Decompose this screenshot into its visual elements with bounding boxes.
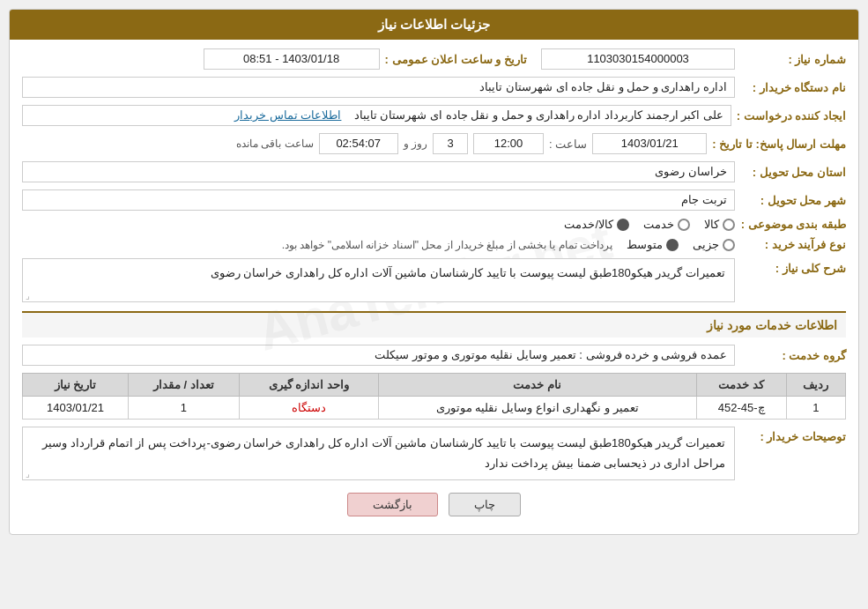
buyer-org-label: نام دستگاه خریدار : [740,81,846,94]
need-number-label: شماره نیاز : [740,53,846,66]
countdown-label: ساعت باقی مانده [236,137,314,150]
buyer-notes-row: توصیحات خریدار : تعمیرات گریدر هیکو180طب… [22,427,846,480]
reply-deadline-label: مهلت ارسال پاسخ: تا تاریخ : [712,137,846,151]
buyer-org-row: نام دستگاه خریدار : اداره راهداری و حمل … [22,77,846,98]
col-qty: تعداد / مقدار [129,374,240,397]
service-group-label: گروه خدمت : [740,349,846,362]
cell-row: 1 [786,397,845,420]
category-options: کالا خدمت کالا/خدمت [22,218,735,231]
province-value: خراسان رضوی [22,161,735,182]
service-group-value: عمده فروشی و خرده فروشی : تعمیر وسایل نق… [22,345,735,366]
countdown-value: 02:54:07 [319,133,398,154]
creator-contact-link[interactable]: اطلاعات تماس خریدار [234,108,341,122]
announcement-date-label: تاریخ و ساعت اعلان عمومی : [385,53,527,66]
purchase-type-label: نوع فرآیند خرید : [740,238,846,251]
table-row: 1 چ-45-452 تعمیر و نگهداری انواع وسایل ن… [23,397,846,420]
cell-code: چ-45-452 [696,397,786,420]
col-code: کد خدمت [696,374,786,397]
reply-time-value: 12:00 [473,133,544,154]
need-number-value: 1103030154000003 [541,48,735,70]
buyer-org-value: اداره راهداری و حمل و نقل جاده ای شهرستا… [22,77,735,98]
city-label: شهر محل تحویل : [740,194,846,207]
reply-day-label: روز و [404,137,427,150]
col-name: نام خدمت [378,374,696,397]
need-number-row: شماره نیاز : 1103030154000003 تاریخ و سا… [22,48,846,70]
purchase-type-options: جزیی متوسط پرداخت تمام یا بخشی از مبلغ خ… [22,238,735,251]
radio-kala-khedmat-selected [617,219,629,231]
creator-row: ایجاد کننده درخواست : علی اکبر ارجمند کا… [22,105,846,126]
reply-time-label: ساعت : [549,137,587,151]
need-summary-row: شرح کلی نیاز : تعمیرات گریدر هیکو180طبق … [22,258,846,302]
buyer-notes-label: توصیحات خریدار : [740,427,846,443]
category-option-khedmat[interactable]: خدمت [643,218,690,231]
city-value: تربت جام [22,189,735,211]
reply-deadline-row: مهلت ارسال پاسخ: تا تاریخ : 1403/01/21 س… [22,133,846,154]
need-summary-section-label: شرح کلی نیاز : [740,258,846,275]
category-option-kala[interactable]: کالا [704,218,735,231]
city-row: شهر محل تحویل : تربت جام [22,189,846,211]
action-buttons: چاپ بازگشت [22,493,846,525]
category-row: طبقه بندی موضوعی : کالا خدمت کالا/خدمت [22,218,846,231]
cell-unit: دستگاه [239,397,378,420]
page-header: جزئیات اطلاعات نیاز [10,10,858,40]
purchase-type-jozii[interactable]: جزیی [693,238,735,251]
radio-kala [723,219,735,231]
creator-value: علی اکبر ارجمند کاربرداد اداره راهداری و… [22,105,731,126]
resize-handle: ⌟ [26,291,30,301]
radio-jozii [723,239,735,251]
services-table: ردیف کد خدمت نام خدمت واحد اندازه گیری ت… [22,373,846,420]
need-summary-value: تعمیرات گریدر هیکو180طبق لیست پیوست با ت… [22,258,735,302]
cell-date: 1403/01/21 [23,397,129,420]
col-date: تاریخ نیاز [23,374,129,397]
category-label: طبقه بندی موضوعی : [740,218,846,231]
province-label: استان محل تحویل : [740,166,846,179]
purchase-type-row: نوع فرآیند خرید : جزیی متوسط پرداخت تمام… [22,238,846,251]
purchase-type-motavaset[interactable]: متوسط [627,238,679,251]
service-group-row: گروه خدمت : عمده فروشی و خرده فروشی : تع… [22,345,846,366]
category-option-kala-khedmat[interactable]: کالا/خدمت [564,218,629,231]
announcement-date-value: 1403/01/18 - 08:51 [204,48,380,70]
buyer-notes-value: تعمیرات گریدر هیکو180طبق لیست پیوست با ت… [22,427,735,480]
col-unit: واحد اندازه گیری [239,374,378,397]
resize-handle-2: ⌟ [26,469,30,479]
col-row: ردیف [786,374,845,397]
creator-label: ایجاد کننده درخواست : [737,109,846,123]
radio-khedmat [678,219,690,231]
province-row: استان محل تحویل : خراسان رضوی [22,161,846,182]
reply-day-value: 3 [433,133,468,154]
print-button[interactable]: چاپ [449,493,521,516]
purchase-note: پرداخت تمام یا بخشی از مبلغ خریدار از مح… [22,239,612,251]
back-button[interactable]: بازگشت [347,493,438,516]
cell-name: تعمیر و نگهداری انواع وسایل نقلیه موتوری [378,397,696,420]
reply-date-value: 1403/01/21 [592,133,707,154]
cell-qty: 1 [129,397,240,420]
radio-motavaset-selected [666,239,679,251]
services-section-header: اطلاعات خدمات مورد نیاز [22,311,846,338]
